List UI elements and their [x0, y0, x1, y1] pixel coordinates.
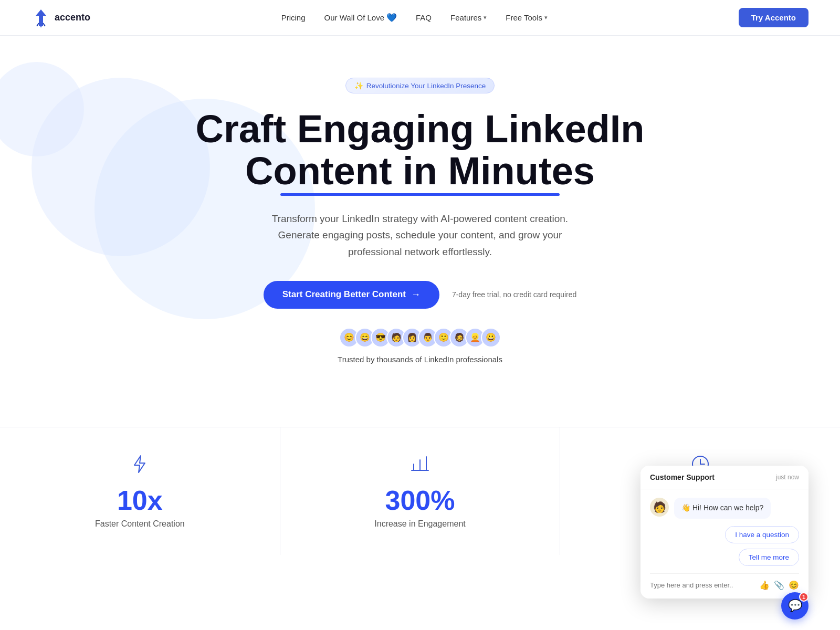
chat-bubble-button[interactable]: 💬 1 — [781, 592, 808, 620]
navbar: accento Pricing Our Wall Of Love 💙 FAQ F… — [0, 0, 840, 36]
svg-point-1 — [40, 26, 42, 27]
hero-title-line2: Content in Minutes — [245, 150, 595, 196]
lightning-icon — [10, 454, 269, 479]
chat-input[interactable] — [650, 581, 755, 589]
nav-wall-of-love[interactable]: Our Wall Of Love 💙 — [324, 13, 397, 23]
thumbs-up-icon[interactable]: 👍 — [759, 580, 770, 590]
chat-input-icons: 👍 📎 😊 — [759, 580, 799, 590]
chat-greeting-bubble: 👋 Hi! How can we help? — [674, 498, 771, 519]
free-tools-chevron-icon: ▾ — [544, 14, 548, 21]
cta-button[interactable]: Start Creating Better Content → — [264, 281, 439, 309]
chat-widget: Customer Support just now 🧑 👋 Hi! How ca… — [640, 466, 808, 598]
stat-value-speed: 10x — [10, 487, 269, 514]
logo[interactable]: accento — [32, 8, 90, 27]
agent-emoji: 🧑 — [653, 501, 666, 513]
chat-header-time: just now — [776, 474, 799, 481]
chat-agent-row: 🧑 👋 Hi! How can we help? — [650, 498, 799, 519]
chat-icon: 💬 — [788, 599, 802, 613]
stat-label-engagement: Increase in Engagement — [291, 519, 550, 529]
chat-option-more[interactable]: Tell me more — [739, 549, 799, 566]
attachment-icon[interactable]: 📎 — [774, 580, 784, 590]
stat-value-engagement: 300% — [291, 487, 550, 514]
chat-option-question[interactable]: I have a question — [725, 526, 799, 543]
nav-features[interactable]: Features ▾ — [450, 13, 487, 22]
hero-section: ✨ Revolutionize Your LinkedIn Presence C… — [0, 36, 840, 427]
features-chevron-icon: ▾ — [484, 14, 487, 21]
cta-label: Start Creating Better Content — [282, 289, 406, 300]
nav-pricing[interactable]: Pricing — [281, 13, 306, 22]
svg-marker-4 — [134, 456, 145, 472]
try-accento-button[interactable]: Try Accento — [739, 8, 808, 27]
chat-options: I have a question Tell me more — [650, 526, 799, 566]
logo-icon — [32, 8, 50, 27]
svg-marker-0 — [36, 9, 46, 26]
nav-links: Pricing Our Wall Of Love 💙 FAQ Features … — [281, 13, 548, 23]
stat-card-speed: 10x Faster Content Creation — [0, 427, 280, 555]
hero-title-line2-text: Content in Minutes — [245, 149, 595, 193]
stat-label-speed: Faster Content Creation — [10, 519, 269, 529]
arrow-icon: → — [411, 289, 421, 300]
hero-title-line1: Craft Engaging LinkedIn — [195, 107, 644, 151]
chat-header: Customer Support just now — [640, 466, 808, 489]
trusted-text: Trusted by thousands of LinkedIn profess… — [21, 355, 819, 364]
hero-title: Craft Engaging LinkedIn Content in Minut… — [194, 108, 646, 196]
nav-faq[interactable]: FAQ — [416, 13, 432, 22]
decorative-circle-1 — [0, 62, 84, 156]
chat-header-title: Customer Support — [650, 473, 715, 481]
bar-chart-icon — [291, 454, 550, 479]
avatar: 😀 — [481, 328, 501, 348]
svg-line-2 — [37, 23, 39, 26]
trial-text: 7-day free trial, no credit card require… — [452, 290, 576, 299]
nav-free-tools[interactable]: Free Tools ▾ — [506, 13, 548, 22]
emoji-icon[interactable]: 😊 — [789, 580, 799, 590]
svg-line-3 — [43, 23, 45, 26]
hero-subtitle: Transform your LinkedIn strategy with AI… — [257, 211, 583, 260]
chat-body: 🧑 👋 Hi! How can we help? I have a questi… — [640, 489, 808, 598]
avatars-row: 😊 😄 😎 🧑 👩 👨 🙂 🧔 👱 😀 — [21, 328, 819, 348]
chat-input-row: 👍 📎 😊 — [650, 573, 799, 590]
cta-row: Start Creating Better Content → 7-day fr… — [21, 281, 819, 309]
sparkle-icon: ✨ — [354, 81, 363, 90]
hero-badge: ✨ Revolutionize Your LinkedIn Presence — [345, 78, 495, 93]
badge-text: Revolutionize Your LinkedIn Presence — [366, 82, 486, 90]
logo-text: accento — [55, 12, 90, 23]
heart-emoji: 💙 — [386, 13, 397, 23]
decorative-circle-2 — [32, 78, 210, 256]
chat-notification-badge: 1 — [799, 592, 808, 602]
agent-avatar: 🧑 — [650, 498, 669, 517]
stat-card-engagement: 300% Increase in Engagement — [280, 427, 561, 555]
